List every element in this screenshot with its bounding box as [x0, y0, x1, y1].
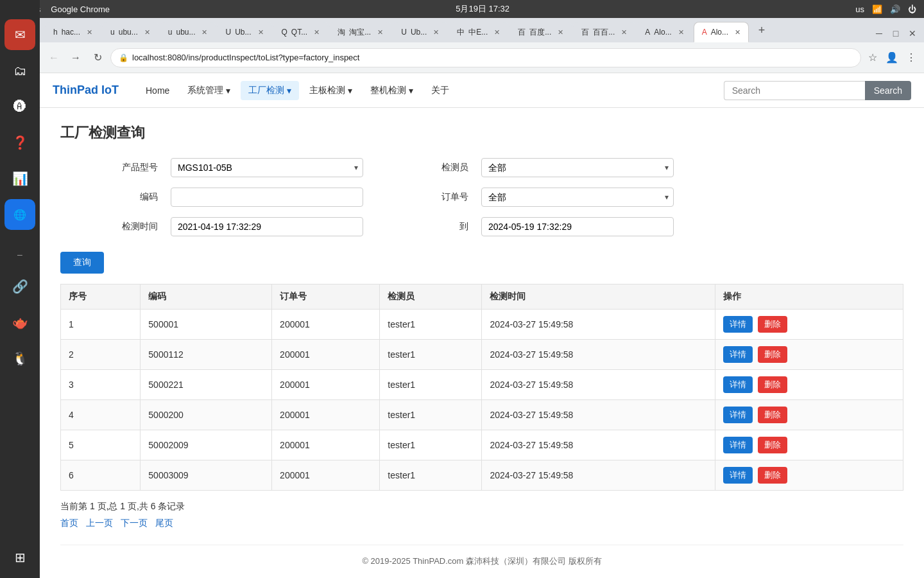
volume-icon: 🔊: [890, 4, 900, 14]
sidebar-icon-terminal[interactable]: _: [4, 235, 35, 266]
tab-7[interactable]: UUb...✕: [393, 22, 447, 42]
menu-button[interactable]: ⋮: [903, 50, 919, 66]
profile-button[interactable]: 👤: [884, 50, 900, 66]
time-start-input[interactable]: [171, 217, 363, 236]
cell-id: 3: [61, 370, 141, 400]
sidebar-icon-monitor[interactable]: 📊: [4, 163, 35, 194]
tab-9[interactable]: 百百度...✕: [509, 22, 572, 42]
table-row: 1 500001 200001 tester1 2024-03-27 15:49…: [61, 310, 903, 340]
chevron-down-icon: ▾: [226, 85, 230, 96]
minimize-button[interactable]: ─: [873, 27, 886, 40]
url-bar[interactable]: 🔒 localhost:8080/ins/productInspect/toLi…: [110, 48, 861, 67]
delete-button[interactable]: 删除: [758, 437, 787, 453]
tab-3[interactable]: uubu...✕: [160, 22, 216, 42]
detail-button[interactable]: 详情: [723, 437, 753, 453]
cell-order: 200001: [272, 340, 380, 370]
tab-1[interactable]: hhac...✕: [45, 22, 101, 42]
sidebar-icon-files[interactable]: 🗂: [4, 55, 35, 86]
sidebar-icon-email[interactable]: ✉: [4, 19, 35, 50]
code-input[interactable]: [171, 188, 363, 207]
time-end-input[interactable]: [481, 217, 674, 236]
forward-button[interactable]: →: [67, 49, 85, 67]
inspector-wrapper: 全部 ▾: [481, 158, 674, 177]
detail-button[interactable]: 详情: [723, 467, 753, 484]
sidebar-icon-chrome[interactable]: 🌐: [4, 199, 35, 230]
sidebar-icon-teapot[interactable]: 🫖: [4, 307, 35, 338]
back-button[interactable]: ←: [45, 49, 63, 67]
cell-action: 详情 删除: [715, 400, 903, 430]
tab-4[interactable]: UUb...✕: [217, 22, 271, 42]
tab-5[interactable]: QQT...✕: [273, 22, 329, 42]
delete-button[interactable]: 删除: [758, 467, 787, 484]
power-icon: ⏻: [908, 4, 916, 14]
tab-8[interactable]: 中中E...✕: [449, 22, 508, 42]
next-page-link[interactable]: 下一页: [121, 518, 148, 529]
sidebar-icon-help[interactable]: ❓: [4, 127, 35, 158]
cell-id: 6: [61, 460, 141, 491]
tab-6[interactable]: 淘淘宝...✕: [329, 22, 391, 42]
table-row: 6 50003009 200001 tester1 2024-03-27 15:…: [61, 460, 903, 491]
cell-order: 200001: [272, 430, 380, 460]
cell-time: 2024-03-27 15:49:58: [482, 370, 715, 400]
delete-button[interactable]: 删除: [758, 346, 787, 363]
detail-button[interactable]: 详情: [723, 376, 753, 393]
detail-button[interactable]: 详情: [723, 316, 753, 333]
order-select[interactable]: 全部: [481, 188, 674, 207]
detail-button[interactable]: 详情: [723, 407, 753, 423]
inspector-select[interactable]: 全部: [481, 158, 674, 177]
detail-button[interactable]: 详情: [723, 346, 753, 363]
code-label: 编码: [60, 191, 163, 203]
maximize-button[interactable]: □: [889, 27, 902, 40]
sidebar-icon-apps[interactable]: ⊞: [4, 542, 35, 573]
app-brand: ThinPad IoT: [53, 83, 119, 97]
delete-button[interactable]: 删除: [758, 407, 787, 423]
reload-button[interactable]: ↻: [89, 49, 107, 67]
tab-10[interactable]: 百百百...✕: [573, 22, 635, 42]
cell-action: 详情 删除: [715, 430, 903, 460]
chevron-down-icon-machine: ▾: [409, 85, 413, 96]
nav-item-home[interactable]: Home: [138, 82, 177, 100]
col-header-id: 序号: [61, 285, 141, 310]
close-button[interactable]: ✕: [906, 27, 919, 40]
nav-item-machine[interactable]: 整机检测 ▾: [363, 81, 421, 100]
bookmark-button[interactable]: ☆: [865, 50, 880, 66]
chevron-down-icon-factory: ▾: [287, 85, 291, 96]
delete-button[interactable]: 删除: [758, 376, 787, 393]
tab-11[interactable]: AAlo...✕: [637, 22, 692, 42]
tab-bar: hhac...✕ uubu...✕ uubu...✕ UUb...✕ QQT..…: [40, 18, 924, 42]
tab-12-active[interactable]: AAlo...✕: [694, 22, 749, 42]
nav-item-system[interactable]: 系统管理 ▾: [180, 81, 238, 100]
cell-action: 详情 删除: [715, 370, 903, 400]
page-title: 工厂检测查询: [60, 123, 903, 143]
table-row: 4 5000200 200001 tester1 2024-03-27 15:4…: [61, 400, 903, 430]
cell-time: 2024-03-27 15:49:58: [482, 460, 715, 491]
search-container: Search: [724, 81, 911, 100]
query-button[interactable]: 查询: [60, 252, 104, 274]
page-content: ThinPad IoT Home 系统管理 ▾ 工厂检测 ▾ 主板检测: [40, 73, 924, 578]
last-page-link[interactable]: 尾页: [155, 518, 173, 529]
pagination-info: 当前第 1 页,总 1 页,共 6 条记录: [60, 501, 903, 512]
cell-inspector: tester1: [380, 340, 482, 370]
cell-code: 5000200: [141, 400, 272, 430]
first-page-link[interactable]: 首页: [60, 518, 78, 529]
product-type-select[interactable]: MGS101-05B: [171, 158, 363, 177]
col-header-action: 操作: [715, 285, 903, 310]
search-button[interactable]: Search: [865, 81, 911, 100]
tab-2[interactable]: uubu...✕: [102, 22, 158, 42]
nav-item-factory[interactable]: 工厂检测 ▾: [241, 81, 299, 100]
time-to-label: 到: [371, 221, 474, 232]
sidebar-icon-appstore[interactable]: 🅐: [4, 91, 35, 122]
search-input[interactable]: [724, 81, 865, 100]
cell-inspector: tester1: [380, 370, 482, 400]
cell-action: 详情 删除: [715, 340, 903, 370]
sidebar-icon-mascot[interactable]: 🐧: [4, 343, 35, 374]
delete-button[interactable]: 删除: [758, 316, 787, 333]
sidebar-icon-network[interactable]: 🔗: [4, 271, 35, 302]
main-area: 工厂检测查询 产品型号 MGS101-05B ▾ 检测员 全部: [40, 108, 924, 578]
pagination-links: 首页 上一页 下一页 尾页: [60, 518, 903, 529]
nav-item-board[interactable]: 主板检测 ▾: [302, 81, 360, 100]
new-tab-button[interactable]: +: [753, 21, 771, 39]
cell-order: 200001: [272, 400, 380, 430]
nav-item-about[interactable]: 关于: [424, 81, 457, 100]
prev-page-link[interactable]: 上一页: [86, 518, 113, 529]
